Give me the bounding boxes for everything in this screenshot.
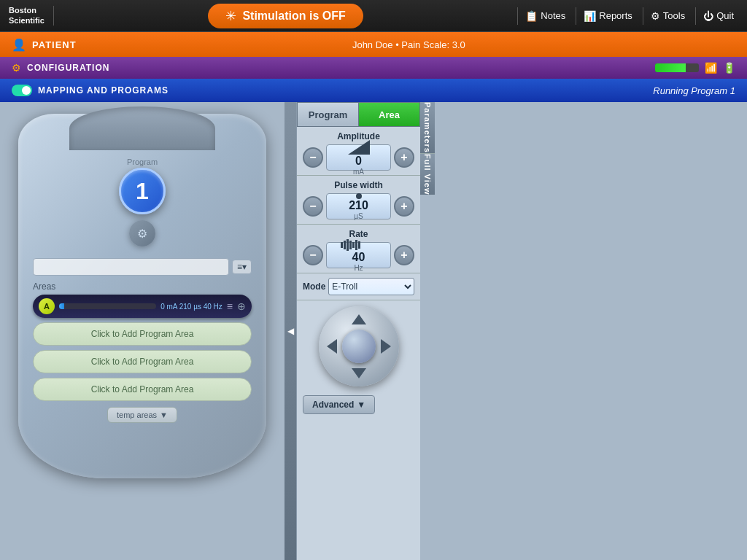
params-panel: Program Area Amplitude − 0 — [296, 102, 420, 560]
advanced-dropdown-icon: ▼ — [357, 400, 365, 410]
left-arrow-icon — [327, 339, 337, 354]
battery-bar-outer — [655, 63, 699, 72]
advanced-button[interactable]: Advanced ▼ — [303, 395, 375, 414]
search-bar-area: ≡▾ — [33, 258, 252, 276]
pulse-width-label: Pulse width — [303, 180, 414, 190]
right-spacer — [435, 102, 747, 560]
full-view-tab[interactable]: Full View — [420, 153, 435, 195]
rate-bar-1 — [341, 242, 343, 248]
rate-visual — [341, 239, 377, 251]
top-navigation-bar: BostonScientific ✳ Stimulation is OFF 📋 … — [0, 0, 747, 32]
right-panel: Program Area Amplitude − 0 — [296, 102, 747, 560]
amplitude-plus-button[interactable]: + — [394, 147, 414, 168]
area-letter: A — [44, 302, 50, 311]
program-button-container: Program 1 ⚙ — [119, 158, 166, 246]
pulse-visual — [344, 193, 374, 199]
pulse-width-minus-button[interactable]: − — [303, 196, 323, 217]
amplitude-minus-button[interactable]: − — [303, 147, 323, 168]
amplitude-triangle — [348, 140, 370, 155]
add-area-button-2[interactable]: Click to Add Program Area — [33, 350, 252, 373]
joystick-right-button[interactable] — [376, 336, 396, 357]
area-stim-icon: ≡ — [227, 300, 233, 312]
mapping-toggle[interactable] — [12, 85, 32, 96]
reports-label: Reports — [599, 10, 632, 21]
stimulation-text: Stimulation is OFF — [242, 9, 345, 23]
collapse-panel-button[interactable]: ◀ — [285, 102, 296, 560]
dropdown-icon: ▼ — [160, 411, 168, 419]
temp-areas-button[interactable]: temp areas ▼ — [107, 407, 177, 423]
search-input[interactable] — [33, 258, 229, 276]
signal-icon: 📶 — [705, 62, 717, 74]
mode-select[interactable]: E-Troll Normal Burst Custom — [328, 278, 414, 295]
notes-button[interactable]: 📋 Notes — [517, 7, 573, 25]
program-label: Program — [127, 158, 158, 166]
joystick-center — [319, 306, 399, 386]
rate-bar-7 — [358, 241, 360, 249]
add-area-button-3[interactable]: Click to Add Program Area — [33, 378, 252, 401]
battery-area: 📶 🔋 — [655, 62, 735, 74]
tools-icon: ⚙ — [651, 10, 660, 22]
notes-label: Notes — [541, 10, 565, 21]
program-number-button[interactable]: 1 — [119, 168, 166, 214]
amplitude-unit: mA — [353, 168, 364, 176]
tools-button[interactable]: ⚙ Tools — [643, 7, 692, 25]
config-bar: ⚙ CONFIGURATION 📶 🔋 — [0, 57, 747, 79]
joystick-section — [297, 300, 420, 392]
gear-button[interactable]: ⚙ — [129, 220, 155, 246]
pulse-width-plus-button[interactable]: + — [394, 196, 414, 217]
stimulation-badge[interactable]: ✳ Stimulation is OFF — [208, 4, 363, 28]
pulse-width-section: Pulse width − 210 µS + — [297, 176, 420, 225]
rate-plus-button[interactable]: + — [394, 245, 414, 265]
areas-label: Areas — [33, 281, 252, 292]
device-body: Program 1 ⚙ ≡▾ Areas A 0 mA 210 µs 40 Hz — [18, 114, 266, 478]
joystick-down-button[interactable] — [349, 363, 369, 384]
right-arrow-icon — [381, 339, 391, 354]
mode-label: Mode — [303, 281, 325, 292]
rate-unit: Hz — [354, 264, 363, 272]
mode-section: Mode E-Troll Normal Burst Custom — [297, 273, 420, 300]
tab-area[interactable]: Area — [358, 102, 420, 127]
area-row[interactable]: A 0 mA 210 µs 40 Hz ≡ ⊕ — [33, 295, 252, 318]
amplitude-control: − 0 mA + — [303, 144, 414, 171]
rate-section: Rate − — [297, 225, 420, 273]
joystick — [319, 306, 399, 386]
rate-minus-button[interactable]: − — [303, 245, 323, 265]
battery-bar-fill — [655, 63, 686, 72]
area-params: 0 mA 210 µs 40 Hz — [160, 303, 222, 311]
patient-bar: 👤 PATIENT John Doe • Pain Scale: 3.0 — [0, 32, 747, 57]
rate-bar-3 — [347, 239, 349, 251]
rate-bar-2 — [344, 241, 346, 249]
amplitude-value: 0 — [355, 155, 362, 168]
tools-label: Tools — [663, 10, 685, 21]
area-progress-bar — [59, 303, 156, 309]
up-arrow-icon — [352, 314, 366, 324]
config-label: CONFIGURATION — [27, 63, 109, 73]
area-progress-fill — [59, 303, 64, 309]
pulse-width-value: 210 — [349, 199, 368, 212]
rate-value: 40 — [352, 251, 365, 264]
joystick-center-knob — [342, 330, 376, 363]
area-a-badge: A — [39, 298, 55, 314]
tab-program[interactable]: Program — [297, 102, 358, 127]
search-menu-button[interactable]: ≡▾ — [232, 260, 252, 274]
area-settings-icon: ⊕ — [237, 300, 246, 312]
nav-buttons: 📋 Notes 📊 Reports ⚙ Tools ⏻ Quit — [517, 7, 747, 25]
quit-label: Quit — [716, 10, 734, 21]
rate-control: − 40 Hz — [303, 242, 414, 268]
joystick-up-button[interactable] — [349, 309, 369, 330]
battery-icon: 🔋 — [723, 62, 735, 74]
joystick-left-button[interactable] — [322, 336, 342, 357]
quit-button[interactable]: ⏻ Quit — [695, 7, 741, 25]
pulse-width-unit: µS — [354, 212, 363, 220]
pulse-width-display: 210 µS — [326, 193, 391, 219]
add-area-button-1[interactable]: Click to Add Program Area — [33, 322, 252, 346]
parameters-side-tab[interactable]: Parameters — [420, 102, 435, 153]
tab-bar: Program Area — [297, 102, 420, 127]
pulse-width-control: − 210 µS + — [303, 193, 414, 219]
left-panel: Program 1 ⚙ ≡▾ Areas A 0 mA 210 µs 40 Hz — [0, 102, 285, 560]
rate-display: 40 Hz — [326, 242, 391, 268]
reports-button[interactable]: 📊 Reports — [576, 7, 640, 25]
running-program-text: Running Program 1 — [653, 85, 735, 96]
stimulation-icon: ✳ — [225, 8, 236, 24]
side-tabs: Parameters Full View — [420, 102, 435, 560]
